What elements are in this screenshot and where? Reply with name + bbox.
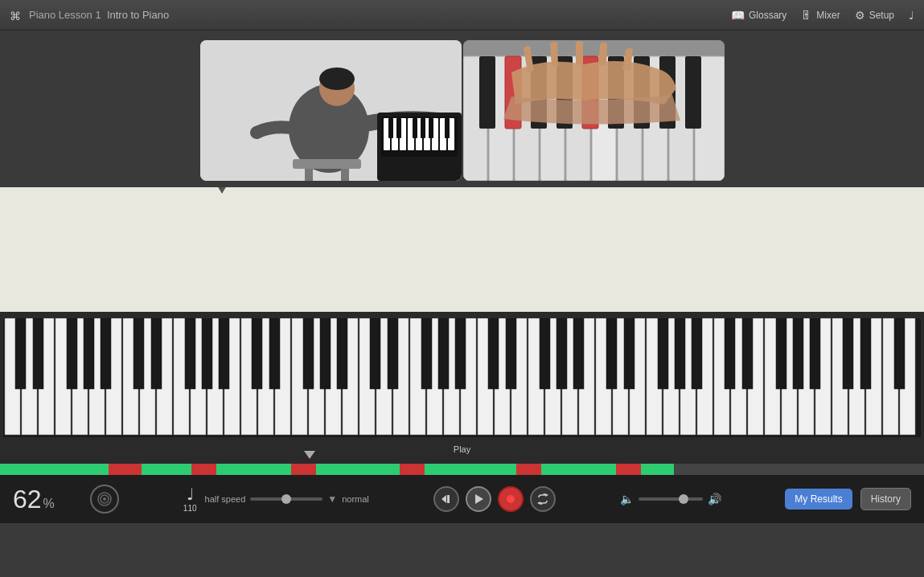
piano-area	[0, 312, 924, 444]
progress-segment	[641, 464, 674, 475]
sheet-background	[0, 187, 924, 312]
setup-label: Setup	[869, 10, 894, 21]
rewind-button[interactable]	[433, 486, 459, 512]
setup-button[interactable]: ⚙ Setup	[855, 9, 894, 22]
speed-slider-thumb[interactable]	[281, 494, 291, 504]
svg-rect-237	[860, 318, 871, 389]
mixer-button[interactable]: 🎚 Mixer	[801, 9, 840, 22]
progress-segment	[425, 464, 466, 475]
loop-button[interactable]	[530, 486, 556, 512]
progress-segment	[109, 464, 142, 475]
svg-rect-210	[219, 318, 229, 389]
svg-rect-231	[725, 318, 735, 389]
mixer-icon: 🎚	[801, 9, 812, 22]
svg-rect-218	[421, 318, 432, 389]
score-unit: %	[43, 497, 55, 511]
glossary-icon: 📖	[731, 9, 745, 22]
svg-rect-227	[624, 318, 634, 389]
svg-rect-226	[606, 318, 617, 389]
pianist-video	[200, 40, 462, 181]
svg-rect-222	[506, 318, 516, 389]
svg-rect-225	[573, 318, 584, 389]
speed-slider-track[interactable]	[250, 497, 322, 501]
svg-marker-247	[537, 501, 540, 505]
svg-rect-208	[185, 318, 195, 389]
play-button[interactable]	[466, 486, 491, 512]
video-panel-right	[463, 40, 725, 181]
playhead-arrow	[217, 187, 227, 194]
svg-rect-221	[488, 318, 499, 389]
svg-rect-229	[675, 318, 685, 389]
volume-slider-track[interactable]	[639, 497, 703, 501]
tempo-control: ♩ 110	[183, 486, 197, 513]
progress-segment	[67, 464, 109, 475]
progress-segment	[616, 464, 641, 475]
setup-icon: ⚙	[855, 9, 865, 22]
progress-segment	[258, 464, 291, 475]
titlebar: ⌘ Piano Lesson 1 Intro to Piano 📖 Glossa…	[0, 0, 924, 31]
my-results-button[interactable]: My Results	[785, 489, 852, 509]
app-title: Piano Lesson 1 Intro to Piano	[29, 9, 731, 21]
svg-rect-212	[269, 318, 280, 389]
progress-segment	[541, 464, 574, 475]
volume-slider-thumb[interactable]	[679, 494, 688, 504]
tempo-value: 110	[183, 504, 197, 513]
svg-rect-23	[341, 169, 349, 181]
progress-segment	[366, 464, 399, 475]
svg-rect-15	[388, 118, 393, 138]
piano-keyboard	[3, 318, 921, 437]
lesson-subtitle: Intro to Piano	[104, 9, 169, 21]
progress-segment	[191, 464, 216, 475]
history-button[interactable]: History	[860, 488, 911, 510]
svg-rect-36	[479, 56, 495, 129]
progress-segment	[142, 464, 191, 475]
svg-marker-244	[475, 494, 483, 504]
svg-rect-238	[894, 318, 905, 389]
transport-controls	[433, 486, 556, 512]
progress-track[interactable]	[0, 464, 924, 475]
svg-point-241	[103, 497, 106, 501]
volume-low-icon: 🔈	[620, 493, 634, 505]
progress-segment	[466, 464, 516, 475]
metronome-icon: ♩	[187, 486, 194, 502]
speed-slider-row[interactable]: half speed ▼ normal	[205, 493, 369, 505]
svg-rect-211	[252, 318, 262, 389]
svg-rect-219	[438, 318, 449, 389]
svg-rect-213	[303, 318, 314, 389]
score-icon	[90, 485, 119, 514]
glossary-label: Glossary	[749, 10, 786, 21]
piano-keys-svg[interactable]	[3, 318, 921, 437]
speed-section: half speed ▼ normal	[205, 493, 369, 505]
progress-area[interactable]: Play	[0, 444, 924, 475]
controls-bar: 62 % ♩ 110 half speed ▼ normal	[0, 475, 924, 523]
svg-rect-202	[33, 318, 43, 389]
volume-control: 🔈 🔊	[620, 493, 721, 505]
progress-segment	[0, 464, 67, 475]
svg-rect-44	[685, 56, 701, 129]
svg-rect-16	[396, 118, 401, 138]
svg-rect-204	[84, 318, 94, 389]
progress-segment	[291, 464, 316, 475]
half-speed-label: half speed	[205, 494, 246, 504]
svg-rect-207	[151, 318, 162, 389]
normal-speed-label: normal	[342, 494, 369, 504]
sheet-music: 𝄞 𝄢	[0, 187, 924, 312]
play-label: Play	[454, 444, 470, 454]
svg-rect-206	[133, 318, 144, 389]
svg-rect-22	[305, 169, 313, 181]
record-icon	[506, 494, 515, 504]
svg-rect-235	[810, 318, 820, 389]
playhead-indicator	[304, 451, 315, 459]
loop-icon	[537, 493, 548, 505]
svg-point-245	[507, 495, 515, 503]
svg-rect-217	[388, 318, 398, 389]
music-button[interactable]: ♩	[909, 9, 914, 22]
glossary-button[interactable]: 📖 Glossary	[731, 9, 786, 22]
svg-rect-201	[15, 318, 26, 389]
progress-segment	[216, 464, 258, 475]
progress-segment	[400, 464, 425, 475]
record-button[interactable]	[498, 486, 524, 512]
svg-rect-216	[370, 318, 380, 389]
down-arrow-icon: ▼	[327, 493, 337, 505]
video-area	[0, 31, 924, 187]
